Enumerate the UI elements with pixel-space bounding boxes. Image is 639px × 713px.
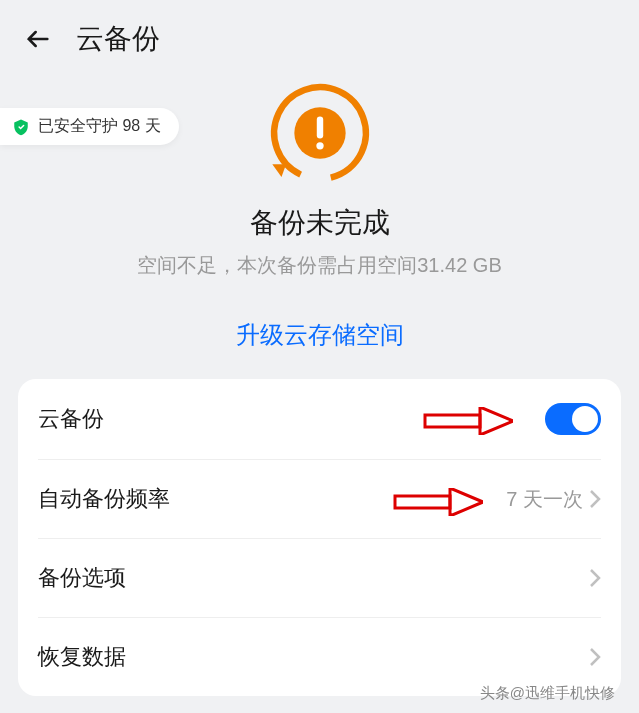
svg-point-4 (316, 142, 323, 149)
annotation-arrow-icon (423, 407, 513, 435)
backup-options-row[interactable]: 备份选项 (38, 539, 601, 618)
chevron-right-icon (589, 489, 601, 509)
settings-card: 云备份 自动备份频率 7 天一次 备份选项 恢复数据 (18, 379, 621, 696)
backup-frequency-row[interactable]: 自动备份频率 7 天一次 (38, 460, 601, 539)
page-title: 云备份 (76, 20, 160, 58)
watermark-text: 头条@迅维手机快修 (480, 684, 615, 703)
chevron-right-icon (589, 647, 601, 667)
backup-frequency-label: 自动备份频率 (38, 484, 170, 514)
back-arrow-icon[interactable] (24, 25, 52, 53)
svg-rect-5 (425, 415, 480, 427)
restore-data-label: 恢复数据 (38, 642, 126, 672)
page-header: 云备份 (0, 0, 639, 78)
svg-rect-3 (316, 117, 322, 139)
annotation-arrow-icon (393, 488, 483, 516)
svg-marker-8 (450, 488, 483, 516)
cloud-backup-row: 云备份 (38, 379, 601, 460)
shield-check-icon (12, 118, 30, 136)
backup-warning-icon (265, 78, 375, 188)
upgrade-storage-link[interactable]: 升级云存储空间 (0, 299, 639, 379)
cloud-backup-toggle[interactable] (545, 403, 601, 435)
chevron-right-icon (589, 568, 601, 588)
backup-options-label: 备份选项 (38, 563, 126, 593)
security-badge[interactable]: 已安全守护 98 天 (0, 108, 179, 145)
security-badge-text: 已安全守护 98 天 (38, 116, 161, 137)
svg-marker-6 (480, 407, 513, 435)
cloud-backup-label: 云备份 (38, 404, 104, 434)
backup-frequency-value: 7 天一次 (506, 486, 583, 513)
backup-status-subtitle: 空间不足，本次备份需占用空间31.42 GB (24, 252, 615, 279)
svg-marker-1 (272, 164, 286, 177)
backup-status-title: 备份未完成 (24, 204, 615, 242)
svg-rect-7 (395, 496, 450, 508)
